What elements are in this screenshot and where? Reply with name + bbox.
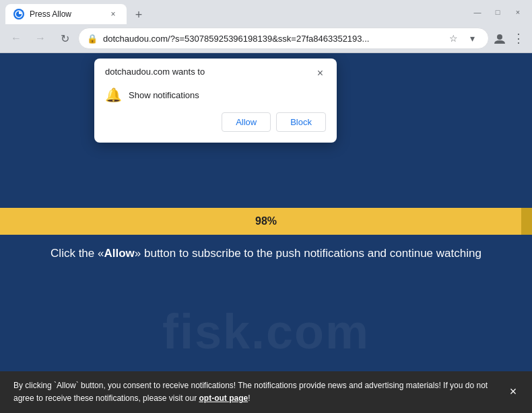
tab-favicon — [13, 9, 24, 20]
nav-right-buttons: ⋮ — [492, 30, 527, 46]
progress-bar-container: 98% — [0, 208, 532, 235]
watermark: fisk.com — [162, 304, 370, 359]
window-controls: — □ × — [469, 5, 527, 19]
subscribe-prefix: Click the «Allow» button to subscribe to… — [51, 247, 481, 260]
bell-icon: 🔔 — [105, 87, 122, 103]
title-bar: Press Allow × + — □ × — [0, 0, 532, 24]
profile-button[interactable] — [492, 30, 508, 46]
dialog-permission-text: Show notifications — [129, 90, 199, 100]
tab-close-button[interactable]: × — [108, 9, 119, 20]
address-actions: ☆ ▾ — [445, 30, 480, 46]
tab-title: Press Allow — [30, 9, 102, 19]
new-tab-button[interactable]: + — [129, 5, 148, 24]
page-content: fisk.com dotchaudou.com wants to × 🔔 Sho… — [0, 53, 532, 413]
block-button[interactable]: Block — [276, 112, 326, 132]
svg-point-1 — [497, 34, 502, 40]
progress-label: 98% — [255, 215, 277, 227]
browser-menu-button[interactable]: ⋮ — [510, 30, 527, 46]
minimize-button[interactable]: — — [469, 5, 486, 19]
browser-window: Press Allow × + — □ × ← → ↻ 🔒 dotchaudou… — [0, 0, 532, 413]
bookmark-button[interactable]: ☆ — [445, 30, 461, 46]
forward-button[interactable]: → — [30, 28, 51, 49]
allow-button[interactable]: Allow — [222, 112, 271, 132]
opt-out-link[interactable]: opt-out page — [199, 393, 248, 403]
dialog-title: dotchaudou.com wants to — [105, 67, 205, 77]
nav-bar: ← → ↻ 🔒 dotchaudou.com/?s=53078592539619… — [0, 24, 532, 52]
close-window-button[interactable]: × — [509, 5, 527, 19]
dialog-header: dotchaudou.com wants to × — [105, 67, 326, 80]
dialog-buttons: Allow Block — [105, 112, 326, 132]
address-text: dotchaudou.com/?s=530785925396198139&ssk… — [103, 34, 440, 44]
bottom-notification-bar: By clicking `Allow` button, you consent … — [0, 371, 532, 413]
active-tab[interactable]: Press Allow × — [5, 4, 127, 24]
bottom-bar-text: By clicking `Allow` button, you consent … — [13, 381, 488, 403]
tab-bar: Press Allow × + — [5, 0, 466, 24]
notification-dialog: dotchaudou.com wants to × 🔔 Show notific… — [94, 59, 337, 143]
bottom-bar-text-end: ! — [248, 393, 250, 403]
dialog-permission-row: 🔔 Show notifications — [105, 87, 326, 103]
dialog-close-button[interactable]: × — [314, 67, 326, 80]
refresh-button[interactable]: ↻ — [54, 28, 75, 49]
back-button[interactable]: ← — [5, 28, 27, 49]
maximize-button[interactable]: □ — [489, 5, 506, 19]
subscribe-text: Click the «Allow» button to subscribe to… — [0, 245, 532, 262]
address-bar[interactable]: 🔒 dotchaudou.com/?s=530785925396198139&s… — [78, 28, 489, 49]
subscribe-allow-bold: Allow — [104, 247, 134, 260]
lock-icon: 🔒 — [87, 34, 98, 44]
download-dropdown[interactable]: ▾ — [464, 30, 480, 46]
bottom-bar-close-button[interactable]: × — [504, 383, 523, 402]
